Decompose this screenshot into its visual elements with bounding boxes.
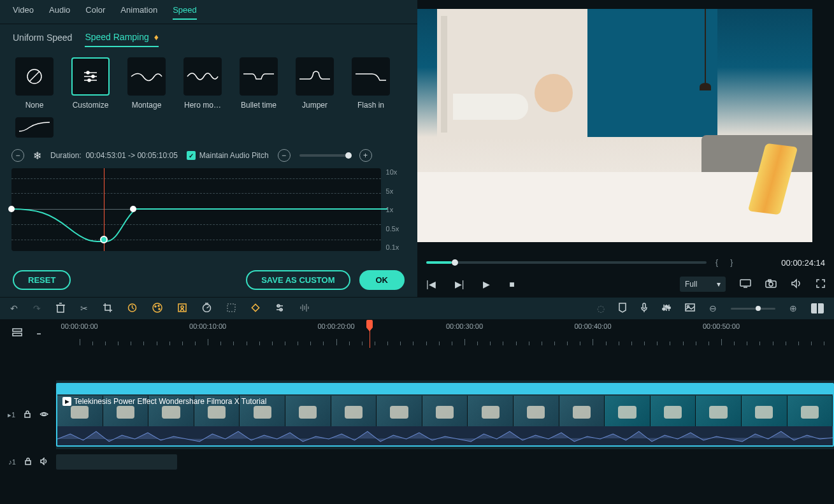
lock-icon[interactable]	[24, 410, 31, 419]
preset-none[interactable]: None	[10, 57, 59, 110]
ok-button[interactable]: OK	[359, 270, 405, 290]
speed-subtabs: Uniform Speed Speed Ramping ♦	[0, 24, 417, 52]
tab-audio[interactable]: Audio	[49, 5, 70, 20]
duration-controls: − ❄ Duration: 00:04:53:01 -> 00:05:10:05…	[0, 143, 417, 168]
tab-animation[interactable]: Animation	[120, 5, 157, 20]
preset-bullet-time[interactable]: Bullet time	[234, 57, 283, 110]
duration-timer-icon[interactable]	[202, 303, 212, 314]
undo-icon[interactable]: ↶	[10, 303, 18, 313]
preview-frame	[417, 9, 812, 242]
preset-bullet-label: Bullet time	[234, 101, 283, 110]
adjustment-sliders-icon[interactable]	[275, 303, 284, 314]
playback-progress[interactable]	[426, 261, 707, 264]
render-preview-icon[interactable]: ◌	[597, 303, 605, 313]
timeline: 00:00:00:0000:00:10:0000:00:20:0000:00:3…	[0, 320, 834, 504]
svg-point-20	[155, 306, 156, 307]
svg-line-1	[29, 71, 40, 82]
zoom-out-icon[interactable]: ⊖	[709, 303, 717, 313]
focus-rect-icon[interactable]	[227, 303, 236, 314]
remove-keyframe-icon[interactable]: −	[11, 149, 24, 162]
preset-flash-in[interactable]: Flash in	[347, 57, 395, 110]
preset-jumper-label: Jumper	[291, 101, 339, 110]
preset-customize[interactable]: Customize	[66, 57, 115, 110]
svg-point-5	[87, 71, 89, 74]
subtab-speed-ramping[interactable]: Speed Ramping ♦	[85, 32, 158, 47]
redo-icon[interactable]: ↷	[33, 303, 41, 313]
subtab-uniform-speed[interactable]: Uniform Speed	[13, 32, 72, 47]
video-track-1: ▸1 ▶Telekinesis Power Effect Wondershare…	[0, 380, 834, 450]
duration-label: Duration: 00:04:53:01 -> 00:05:10:05	[50, 151, 178, 160]
ramp-keyframe-1[interactable]	[8, 206, 15, 212]
svg-line-26	[207, 306, 210, 308]
markers-bracket[interactable]: { }	[715, 258, 738, 267]
time-ruler[interactable]: 00:00:00:0000:00:10:0000:00:20:0000:00:3…	[56, 320, 834, 348]
svg-point-6	[92, 75, 94, 78]
ramp-keyframe-2[interactable]	[100, 236, 108, 243]
audio-waveform-icon[interactable]	[299, 303, 310, 314]
timeline-toolbar: ↶ ↷ ✂ ◌ ⊖ ⊕	[0, 297, 834, 320]
svg-rect-29	[252, 304, 259, 311]
preset-jumper[interactable]: Jumper	[291, 57, 339, 110]
tab-speed[interactable]: Speed	[173, 5, 197, 20]
playhead-handle[interactable]	[366, 320, 373, 328]
timeline-view-toggle[interactable]	[811, 303, 824, 313]
tab-color[interactable]: Color	[85, 5, 105, 20]
green-screen-icon[interactable]	[178, 303, 187, 314]
audio-mute-speaker-icon[interactable]	[40, 457, 48, 466]
speed-ramp-graph[interactable]	[11, 168, 381, 251]
stop-icon[interactable]: ■	[509, 279, 514, 289]
audio-lock-icon[interactable]	[25, 457, 31, 466]
delete-icon[interactable]	[56, 303, 65, 315]
freeze-frame-icon[interactable]: ❄	[33, 150, 41, 162]
color-palette-icon[interactable]	[152, 303, 162, 315]
zoom-slider[interactable]	[731, 308, 775, 310]
svg-point-21	[158, 305, 159, 306]
svg-point-7	[88, 79, 90, 82]
pitch-slider[interactable]	[299, 154, 350, 157]
preset-montage[interactable]: Montage	[122, 57, 171, 110]
preview-monitor	[417, 0, 834, 254]
svg-rect-8	[740, 280, 751, 286]
play-icon[interactable]: ▶	[483, 279, 490, 289]
reset-button[interactable]: RESET	[13, 270, 71, 290]
ramp-keyframe-3[interactable]	[130, 206, 136, 212]
svg-rect-48	[13, 329, 22, 331]
preset-hero-moment[interactable]: Hero mo…	[178, 57, 227, 110]
preview-quality-select[interactable]: Full▾	[680, 277, 726, 292]
visibility-eye-icon[interactable]	[40, 411, 48, 419]
pitch-plus-icon[interactable]: +	[359, 149, 372, 162]
svg-rect-45	[668, 307, 670, 308]
display-monitor-icon[interactable]	[740, 279, 751, 290]
voiceover-mic-icon[interactable]	[640, 303, 648, 315]
pitch-minus-icon[interactable]: −	[278, 149, 291, 162]
video-clip[interactable]: ▶Telekinesis Power Effect Wondershare Fi…	[56, 383, 834, 447]
speed-ramp-graph-area: 10x 5x 1x 0.5x 0.1x	[0, 168, 417, 251]
split-scissors-icon[interactable]: ✂	[80, 303, 88, 313]
prev-frame-icon[interactable]: |◀	[426, 279, 436, 289]
maintain-pitch-checkbox[interactable]: ✓ Maintain Audio Pitch	[187, 151, 269, 160]
fullscreen-icon[interactable]	[816, 279, 825, 290]
video-track-badge: ▸1	[8, 411, 15, 419]
speed-clock-icon[interactable]	[127, 303, 137, 314]
snapshot-camera-icon[interactable]	[765, 279, 777, 290]
preset-grid: None Customize Montage Hero mo… Bullet t…	[0, 52, 417, 143]
crop-icon[interactable]	[103, 303, 112, 314]
svg-point-51	[43, 413, 45, 415]
save-as-custom-button[interactable]: SAVE AS CUSTOM	[246, 270, 350, 290]
audio-clip-placeholder[interactable]	[56, 454, 177, 470]
zoom-in-icon[interactable]: ⊕	[789, 303, 797, 313]
check-icon: ✓	[187, 151, 196, 160]
preset-montage-label: Montage	[122, 101, 171, 110]
audio-mixer-icon[interactable]	[662, 303, 671, 314]
tab-video[interactable]: Video	[13, 5, 34, 20]
preset-more[interactable]	[10, 117, 59, 138]
next-frame-icon[interactable]: ▶|	[455, 279, 464, 289]
svg-rect-50	[25, 414, 30, 417]
link-icon[interactable]	[34, 328, 44, 340]
marker-shield-icon[interactable]	[619, 303, 626, 315]
stack-tracks-icon[interactable]	[12, 328, 22, 340]
volume-icon[interactable]	[791, 278, 802, 291]
clip-waveform	[57, 426, 833, 445]
picture-icon[interactable]	[685, 303, 695, 313]
keyframe-diamond-icon[interactable]	[251, 303, 260, 314]
